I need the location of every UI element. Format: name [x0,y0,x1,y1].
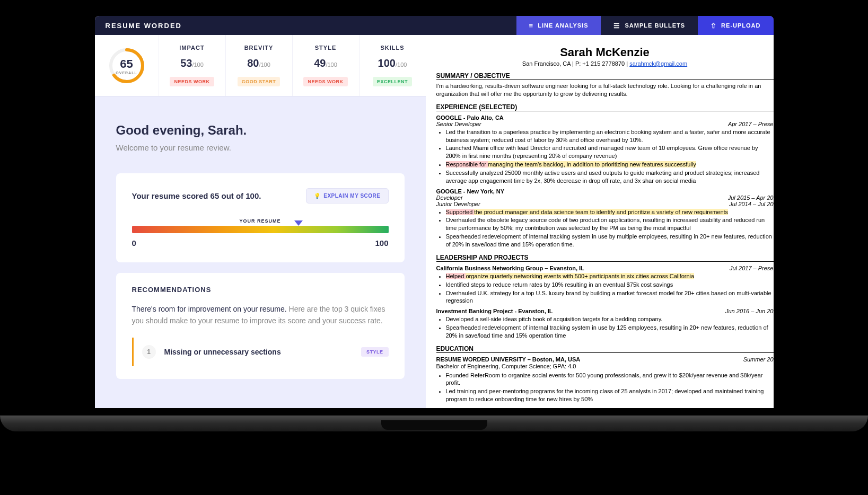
metric-score: 80 [247,57,259,69]
project-header: California Business Networking Group – E… [436,265,774,271]
resume-bullet[interactable]: Helped organize quarterly networking eve… [446,272,774,280]
button-label: RE-UPLOAD [721,22,760,29]
resume-bullet[interactable]: Identified steps to reduce return rates … [446,281,774,289]
resume-bullet[interactable]: Successfully analyzed 25000 monthly acti… [446,169,774,185]
job-subheader: Junior DeveloperJul 2014 – Jul 20 [436,201,774,207]
metric-score: 100 [378,57,396,69]
job-subheader: DeveloperJul 2015 – Apr 20 [436,195,774,201]
degree: Bachelor of Engineering, Computer Scienc… [436,363,774,370]
overall-score-label: OVERALL [116,70,137,74]
metric-score: 49 [314,57,326,69]
tab-line-analysis[interactable]: ≡ LINE ANALYSIS [516,16,601,35]
resume-bullet[interactable]: Spearheaded redevelopment of internal tr… [446,324,774,340]
metric-max: /100 [326,61,337,68]
topbar: RESUME WORDED ≡ LINE ANALYSIS ☰ SAMPLE B… [95,16,774,35]
recommendation-item[interactable]: 1 Missing or unnecessary sections STYLE [132,338,389,366]
rec-text: Missing or unnecessary sections [164,348,361,356]
school-dates: Summer 20 [743,356,774,363]
metric-impact[interactable]: IMPACT 53/100 NEEDS WORK [159,35,225,96]
scale-min: 0 [132,238,136,248]
list-icon: ☰ [613,22,620,30]
metric-score: 53 [180,57,192,69]
resume-email-link[interactable]: sarahmck@gmail.com [629,60,687,67]
overall-score-value: 65 [116,57,137,70]
left-panel: 65 OVERALL IMPACT 53/100 NEEDS WORKBREVI… [95,35,426,408]
resume-bullet[interactable]: Spearheaded redevelopment of internal tr… [446,233,774,249]
score-bar: 65 OVERALL IMPACT 53/100 NEEDS WORKBREVI… [95,35,426,96]
tab-sample-bullets[interactable]: ☰ SAMPLE BULLETS [601,16,698,35]
tab-label: SAMPLE BULLETS [625,22,685,29]
section-education: EDUCATION [436,345,774,353]
rec-number: 1 [142,345,156,359]
scale-max: 100 [375,238,388,248]
resume-bullet[interactable]: Founded ReferRoom to organize social eve… [446,372,774,387]
score-card: Your resume scored 65 out of 100. 💡 EXPL… [116,173,405,262]
overall-score: 65 OVERALL [95,35,159,96]
metric-brevity[interactable]: BREVITY 80/100 GOOD START [225,35,292,96]
reupload-button[interactable]: ⇧ RE-UPLOAD [698,16,773,35]
metric-style[interactable]: STYLE 49/100 NEEDS WORK [292,35,359,96]
brand-logo: RESUME WORDED [95,16,192,35]
recommendations-title: RECOMMENDATIONS [132,286,389,294]
section-experience: EXPERIENCE (SELECTED) [436,103,774,111]
greeting-subtitle: Welcome to your resume review. [116,143,405,152]
metric-title: IMPACT [164,45,220,51]
summary-text: I'm a hardworking, results-driven softwa… [436,82,774,98]
recommendations-card: RECOMMENDATIONS There's room for improve… [116,273,405,379]
tab-label: LINE ANALYSIS [538,22,588,29]
metric-title: SKILLS [365,45,420,51]
button-label: EXPLAIN MY SCORE [323,193,380,199]
section-summary: SUMMARY / OBJECTIVE [436,72,774,80]
score-marker [294,220,303,226]
metric-badge: NEEDS WORK [170,77,214,86]
resume-bullet[interactable]: Supported the product manager and data s… [446,208,774,216]
upload-icon: ⇧ [711,22,717,30]
explain-score-button[interactable]: 💡 EXPLAIN MY SCORE [306,188,389,204]
metric-skills[interactable]: SKILLS 100/100 EXCELLENT [359,35,426,96]
resume-bullet[interactable]: Launched Miami office with lead Director… [446,144,774,160]
rec-badge: STYLE [361,347,389,357]
metric-max: /100 [396,61,407,68]
metric-badge: NEEDS WORK [303,77,347,86]
section-leadership: LEADERSHIP AND PROJECTS [436,254,774,262]
recommendations-intro: There's room for improvement on your res… [132,303,389,327]
job-subheader: Senior DeveloperApr 2017 – Prese [436,121,774,127]
resume-bullet[interactable]: Responsible for managing the team's back… [446,161,774,169]
metric-badge: GOOD START [238,77,280,86]
greeting-title: Good evening, Sarah. [116,123,405,138]
score-gradient [132,226,389,233]
resume-bullet[interactable]: Led the transition to a paperless practi… [446,128,774,144]
your-resume-label: YOUR RESUME [132,218,389,224]
resume-name: Sarah McKenzie [436,46,774,59]
lightbulb-icon: 💡 [314,193,321,199]
metric-badge: EXCELLENT [373,77,412,86]
greeting: Good evening, Sarah. Welcome to your res… [95,96,426,163]
line-analysis-icon: ≡ [529,22,534,30]
job-header: GOOGLE - Palo Alto, CA [436,114,774,121]
metric-title: STYLE [298,45,354,51]
job-header: GOOGLE - New York, NY [436,188,774,195]
resume-bullet[interactable]: Overhauled U.K. strategy for a top U.S. … [446,289,774,305]
resume-bullet[interactable]: Led training and peer-mentoring programs… [446,387,774,403]
resume-bullet[interactable]: Developed a sell-side ideas pitch book o… [446,315,774,323]
resume-preview[interactable]: Sarah McKenzie San Francisco, CA | P: +1… [426,35,774,408]
metric-max: /100 [259,61,270,68]
resume-bullet[interactable]: Overhauled the obsolete legacy source co… [446,216,774,232]
metric-title: BREVITY [231,45,287,51]
resume-contact: San Francisco, CA | P: +1 215 2778870 | … [436,60,774,67]
score-card-title: Your resume scored 65 out of 100. [132,191,261,200]
school-name: RESUME WORDED UNIVERSITY – Boston, MA, U… [436,356,581,363]
project-header: Investment Banking Project - Evanston, I… [436,308,774,314]
metric-max: /100 [192,61,203,68]
